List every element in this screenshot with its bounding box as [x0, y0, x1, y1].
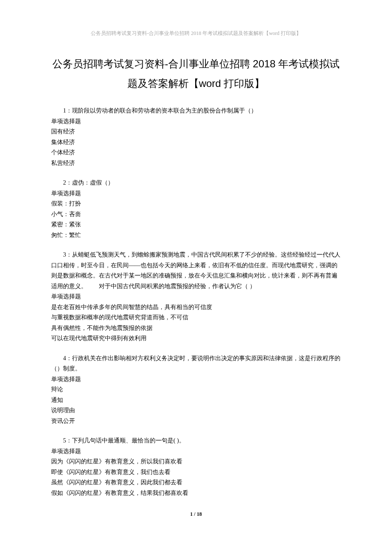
question-option: 与重视数据和概率的现代地震研究背道而驰，不可信 — [51, 312, 341, 323]
question-option: 说明理由 — [51, 405, 341, 416]
document-content: 1：现阶段以劳动者的联合和劳动者的资本联合为主的股份合作制属于（） 单项选择题 … — [51, 106, 341, 498]
question-type: 单项选择题 — [51, 292, 341, 302]
question-option: 资讯公开 — [51, 416, 341, 427]
question-block: 2：虚伪：虚假（） 单项选择题 假装：打扮 小气：吝啬 紧密：紧张 匆忙：繁忙 — [51, 178, 341, 240]
question-type: 单项选择题 — [51, 116, 341, 127]
question-stem: 3：从蜻蜓低飞预测天气，到蟾蜍搬家预测地震，中国古代民间积累了不少的经验。这些经… — [51, 250, 341, 292]
question-option: 个体经济 — [51, 147, 341, 158]
question-option: 紧密：紧张 — [51, 220, 341, 230]
question-stem: 1：现阶段以劳动者的联合和劳动者的资本联合为主的股份合作制属于（） — [51, 106, 341, 116]
page-header: 公务员招聘考试复习资料-合川事业单位招聘 2018 年考试模拟试题及答案解析【w… — [51, 30, 341, 37]
question-type: 单项选择题 — [51, 374, 341, 385]
question-block: 1：现阶段以劳动者的联合和劳动者的资本联合为主的股份合作制属于（） 单项选择题 … — [51, 106, 341, 168]
question-option: 小气：吝啬 — [51, 209, 341, 220]
question-option: 私营经济 — [51, 158, 341, 169]
question-option: 匆忙：繁忙 — [51, 230, 341, 241]
question-stem: 5：下列几句话中最通顺、最恰当的一句是( )。 — [51, 436, 341, 446]
question-option: 假如《闪闪的红星》有教育意义，结果我们都喜欢看 — [51, 488, 341, 499]
document-page: 公务员招聘考试复习资料-合川事业单位招聘 2018 年考试模拟试题及答案解析【w… — [0, 0, 392, 535]
question-option: 具有偶然性，不能作为地震预报的依据 — [51, 323, 341, 334]
question-option: 虽然《闪闪的红星》有教育意义，因此我们都去看 — [51, 477, 341, 488]
document-title: 公务员招聘考试复习资料-合川事业单位招聘 2018 年考试模拟试题及答案解析【w… — [51, 54, 341, 93]
question-stem: 2：虚伪：虚假（） — [51, 178, 341, 188]
question-type: 单项选择题 — [51, 446, 341, 457]
question-block: 3：从蜻蜓低飞预测天气，到蟾蜍搬家预测地震，中国古代民间积累了不少的经验。这些经… — [51, 250, 341, 344]
question-block: 4：行政机关在作出影响相对方权利义务决定时，要说明作出决定的事实原因和法律依据，… — [51, 353, 341, 427]
question-stem: 4：行政机关在作出影响相对方权利义务决定时，要说明作出决定的事实原因和法律依据，… — [51, 353, 341, 374]
question-option: 假装：打扮 — [51, 199, 341, 209]
question-option: 是在老百姓中传承多年的民间智慧的结晶，具有相当的可信度 — [51, 302, 341, 313]
question-type: 单项选择题 — [51, 188, 341, 199]
question-option: 辩论 — [51, 384, 341, 395]
question-option: 集体经济 — [51, 137, 341, 148]
question-option: 即使《闪闪的红星》有教育意义，我们也去看 — [51, 467, 341, 478]
question-option: 因为《闪闪的红星》有教育意义，所以我们喜欢看 — [51, 457, 341, 467]
page-number: 1 / 18 — [51, 511, 341, 517]
question-option: 通知 — [51, 395, 341, 406]
question-block: 5：下列几句话中最通顺、最恰当的一句是( )。 单项选择题 因为《闪闪的红星》有… — [51, 436, 341, 498]
question-option: 国有经济 — [51, 127, 341, 137]
question-option: 可以在现代地震研究中得到有效利用 — [51, 333, 341, 344]
